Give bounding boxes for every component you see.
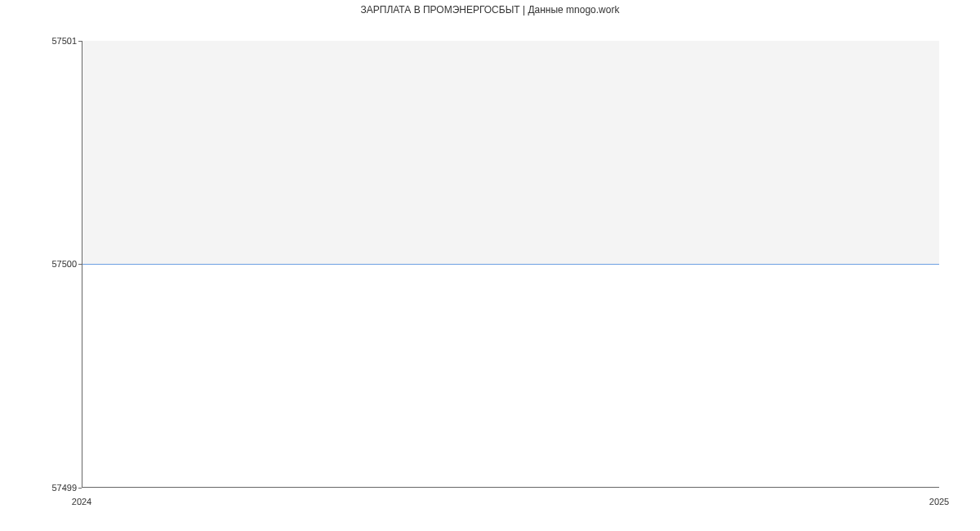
y-tick-label: 57500: [51, 259, 77, 269]
x-tick-label: 2025: [929, 497, 949, 506]
chart-plot-area: [82, 41, 939, 488]
area-series-line: [82, 264, 939, 265]
y-tick-mark: [78, 488, 82, 489]
y-tick-label: 57501: [51, 36, 77, 46]
x-tick-label: 2024: [72, 497, 91, 506]
y-tick-mark: [78, 264, 82, 265]
area-fill: [82, 41, 939, 264]
y-tick-mark: [78, 41, 82, 42]
y-tick-label: 57499: [51, 483, 77, 493]
chart-title: ЗАРПЛАТА В ПРОМЭНЕРГОСБЫТ | Данные mnogo…: [361, 4, 620, 16]
